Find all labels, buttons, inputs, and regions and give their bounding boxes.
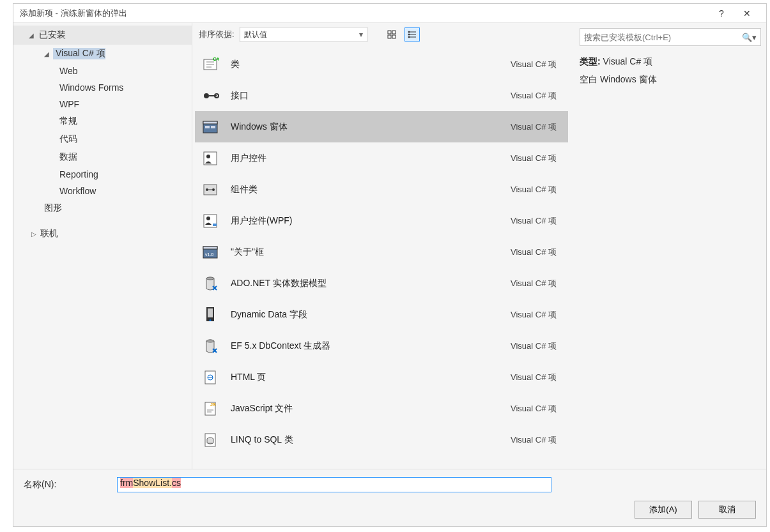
template-lang: Visual C# 项 (511, 278, 563, 289)
footer-buttons: 添加(A) 取消 (635, 501, 756, 519)
svg-point-7 (408, 31, 410, 33)
svg-point-34 (206, 340, 214, 342)
svg-rect-2 (388, 35, 391, 38)
template-name: 接口 (231, 90, 500, 102)
usercontrol-icon (200, 148, 220, 169)
sidebar-item-general[interactable]: 常规 (13, 112, 192, 130)
template-name: ADO.NET 实体数据模型 (231, 278, 500, 289)
template-row[interactable]: LINQ to SQL 类Visual C# 项 (195, 424, 568, 455)
type-label: 类型: (580, 56, 601, 66)
sidebar-item-graphics[interactable]: 图形 (13, 199, 192, 217)
sidebar-item-code[interactable]: 代码 (13, 130, 192, 148)
cancel-button[interactable]: 取消 (698, 501, 756, 519)
linq-icon (200, 430, 220, 450)
search-input[interactable] (584, 33, 742, 42)
dynfield-icon (200, 305, 220, 325)
type-row: 类型: Visual C# 项 (580, 56, 761, 68)
add-button[interactable]: 添加(A) (635, 501, 692, 519)
template-name: 用户控件 (231, 153, 500, 164)
template-name: HTML 页 (231, 372, 500, 383)
sidebar-item-data[interactable]: 数据 (13, 148, 192, 166)
template-lang: Visual C# 项 (511, 372, 563, 383)
interface-icon (200, 86, 220, 106)
template-lang: Visual C# 项 (511, 153, 563, 164)
svg-point-8 (408, 34, 410, 35)
sidebar-installed-header[interactable]: 已安装 (13, 26, 192, 45)
name-label: 名称(N): (24, 479, 107, 490)
ado-icon (200, 273, 220, 294)
svg-text:JS: JS (210, 402, 216, 407)
template-row[interactable]: HTML 页Visual C# 项 (195, 361, 568, 393)
template-row[interactable]: Windows 窗体Visual C# 项 (195, 111, 568, 142)
template-name: 类 (231, 59, 500, 70)
template-name: LINQ to SQL 类 (231, 434, 500, 446)
close-button[interactable]: ✕ (734, 4, 760, 22)
template-lang: Visual C# 项 (511, 215, 563, 227)
sidebar-item-wpf[interactable]: WPF (13, 96, 192, 112)
template-name: Windows 窗体 (231, 121, 500, 133)
template-lang: Visual C# 项 (511, 309, 563, 321)
window-title: 添加新项 - 演练新窗体的弹出 (20, 8, 709, 19)
list-icon (408, 30, 417, 39)
about-icon: v1.0 (200, 242, 220, 262)
titlebar: 添加新项 - 演练新窗体的弹出 ? ✕ (13, 4, 766, 23)
template-row[interactable]: 接口Visual C# 项 (195, 80, 568, 111)
js-icon: JS (200, 399, 220, 419)
template-lang: Visual C# 项 (511, 247, 563, 258)
list-view-button[interactable] (404, 27, 420, 42)
template-row[interactable]: 用户控件(WPF)Visual C# 项 (195, 205, 568, 236)
template-row[interactable]: ADO.NET 实体数据模型Visual C# 项 (195, 268, 568, 299)
svg-rect-18 (211, 126, 215, 128)
sort-dropdown[interactable]: 默认值 (240, 27, 367, 42)
center-panel: 排序依据: 默认值 C#类Visual C# 项接口Visual C# 项Win… (192, 23, 574, 469)
template-row[interactable]: 用户控件Visual C# 项 (195, 142, 568, 174)
sidebar-item-reporting[interactable]: Reporting (13, 166, 192, 183)
template-name: "关于"框 (231, 247, 500, 258)
template-list[interactable]: C#类Visual C# 项接口Visual C# 项Windows 窗体Vis… (192, 46, 574, 469)
svg-rect-3 (392, 35, 396, 38)
help-button[interactable]: ? (709, 4, 734, 22)
template-row[interactable]: JSJavaScript 文件Visual C# 项 (195, 393, 568, 424)
template-lang: Visual C# 项 (511, 90, 563, 102)
svg-point-26 (206, 217, 210, 220)
svg-point-22 (206, 188, 208, 191)
svg-point-9 (408, 36, 410, 38)
svg-rect-33 (208, 308, 213, 317)
sidebar-item-web[interactable]: Web (13, 63, 192, 79)
svg-text:C#: C# (213, 56, 219, 62)
template-row[interactable]: Dynamic Data 字段Visual C# 项 (195, 299, 568, 330)
template-name: EF 5.x DbContext 生成器 (231, 340, 500, 352)
ef5-icon (200, 336, 220, 356)
svg-rect-17 (205, 126, 210, 128)
svg-rect-16 (203, 121, 217, 124)
type-value: Visual C# 项 (603, 56, 653, 66)
class-icon: C# (200, 54, 220, 75)
html-icon (200, 367, 220, 388)
grid-view-button[interactable] (384, 27, 399, 42)
name-row: 名称(N): frmShowList.cs (24, 477, 756, 492)
name-input[interactable]: frmShowList.cs (117, 477, 551, 492)
template-lang: Visual C# 项 (511, 340, 563, 352)
svg-rect-27 (213, 224, 217, 226)
add-new-item-dialog: 添加新项 - 演练新窗体的弹出 ? ✕ 已安装 Visual C# 项 Web … (13, 3, 767, 527)
template-name: 组件类 (231, 184, 500, 195)
sidebar: 已安装 Visual C# 项 Web Windows Forms WPF 常规… (13, 23, 192, 469)
template-row[interactable]: C#类Visual C# 项 (195, 49, 568, 80)
sidebar-item-workflow[interactable]: Workflow (13, 183, 192, 199)
template-row[interactable]: v1.0"关于"框Visual C# 项 (195, 236, 568, 268)
sidebar-item-label: Visual C# 项 (53, 48, 105, 59)
sort-label: 排序依据: (199, 29, 235, 40)
template-row[interactable]: EF 5.x DbContext 生成器Visual C# 项 (195, 330, 568, 361)
svg-point-12 (204, 93, 209, 98)
template-row[interactable]: 组件类Visual C# 项 (195, 174, 568, 205)
search-box[interactable]: 🔍▾ (580, 28, 761, 46)
svg-rect-1 (392, 31, 396, 34)
svg-point-23 (212, 188, 215, 191)
svg-rect-0 (388, 31, 391, 34)
template-lang: Visual C# 项 (511, 434, 563, 446)
sidebar-item-winforms[interactable]: Windows Forms (13, 79, 192, 96)
winform-icon (200, 117, 220, 137)
sidebar-online[interactable]: 联机 (13, 225, 192, 243)
search-icon: 🔍▾ (742, 33, 757, 42)
sidebar-item-csharp[interactable]: Visual C# 项 (13, 45, 192, 63)
